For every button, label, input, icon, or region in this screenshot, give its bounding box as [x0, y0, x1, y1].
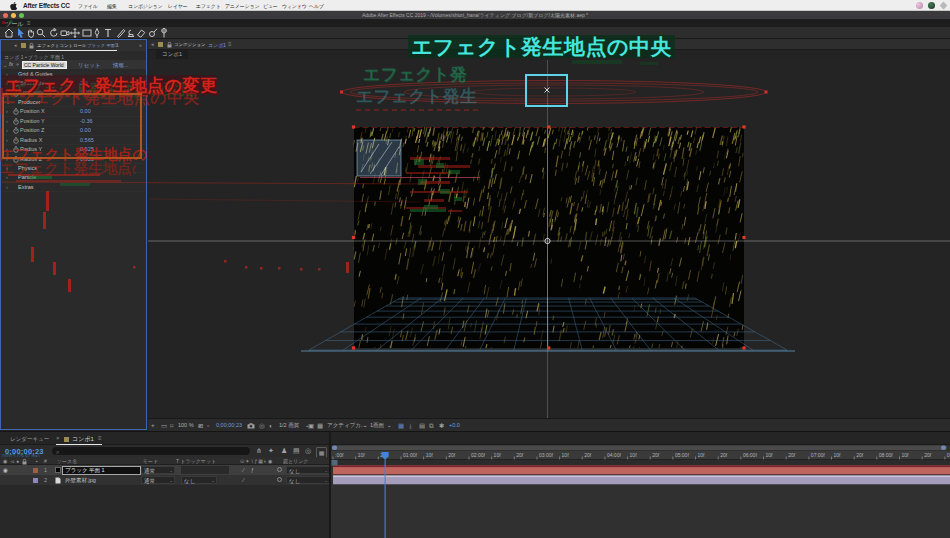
menu-item-5[interactable]: エフェクト [196, 2, 221, 10]
flowchart-icon[interactable]: ⧉ [429, 422, 434, 430]
param-value[interactable]: 0.00 [80, 127, 91, 133]
trkmat-column-header[interactable]: T トラックマット [176, 458, 216, 464]
hand-mini-icon[interactable]: ⌑ [170, 422, 173, 430]
menu-item-4[interactable]: レイヤー [168, 2, 188, 10]
puppet-pin-tool[interactable] [159, 28, 169, 38]
stopwatch-icon[interactable] [13, 80, 19, 87]
always-preview-icon[interactable]: ⌖ [151, 422, 155, 430]
dropdown-arrow-icon[interactable]: ⌄ [211, 478, 215, 483]
effect-param-birth-rate[interactable]: ›Birth Rate2.0 [1, 79, 146, 88]
viewer-timecode[interactable]: 0;00;00;23 [216, 422, 242, 428]
dropdown-arrow-icon[interactable]: ⌄ [169, 468, 173, 473]
param-value[interactable]: 0.00 [80, 108, 91, 114]
status-diamond-icon[interactable] [940, 2, 948, 10]
menu-item-6[interactable]: アニメーション [225, 2, 259, 10]
tools-panel-menu-icon[interactable]: ≡ [27, 20, 31, 26]
panel-menu-icon[interactable]: ≡ [98, 435, 102, 441]
label-color-chip[interactable] [33, 468, 38, 473]
effect-param-position-y[interactable]: ›Position Y-0.36 [1, 117, 146, 126]
resolution-select[interactable]: 1/2 画質 [279, 422, 299, 429]
effect-param-position-z[interactable]: ›Position Z0.00 [1, 126, 146, 135]
param-value[interactable]: 2.0 [80, 80, 88, 86]
pen-tool[interactable] [92, 28, 102, 38]
panel-arrow-icon[interactable]: ◂ [14, 42, 17, 48]
parent-link-column-header[interactable]: 親とリンク [283, 458, 308, 464]
show-snapshot-icon[interactable]: ◎ [259, 422, 265, 430]
quality-switch-icon[interactable]: ∕ [243, 477, 244, 483]
time-ruler-graphics[interactable]: :00f10f20f01:00f10f20f02:00f10f20f03:00f… [331, 445, 950, 538]
mode-column-header[interactable]: モード [143, 458, 158, 464]
timeline-button-icon[interactable]: ▤ [419, 422, 425, 430]
reset-effect-link[interactable]: リセット [78, 62, 101, 69]
menu-item-3[interactable]: コンポジション [128, 2, 162, 10]
layer-row-1[interactable]: ◉1ブラック 平面 1通常⌄∕ƒなし⌄ [0, 465, 330, 475]
eye-icon[interactable]: ◉ [3, 467, 8, 473]
rotate-tool[interactable] [49, 28, 59, 38]
hand-tool[interactable] [26, 28, 36, 38]
composition-miniflow-icon[interactable]: ⋔ [256, 447, 262, 455]
parent-select[interactable]: なし⌄ [286, 476, 330, 484]
graph-editor-icon[interactable]: ▦ [316, 447, 327, 458]
stopwatch-icon[interactable] [13, 137, 19, 144]
param-value[interactable]: 0.565 [80, 137, 94, 143]
expander-icon[interactable]: ⌄ [3, 62, 7, 68]
grid-guides-icon[interactable]: ⊞ [198, 422, 203, 430]
screen-icon[interactable]: ▭ [161, 422, 167, 430]
menu-item-app[interactable]: After Effects CC [23, 2, 70, 10]
region-of-interest-icon[interactable]: ▣ [308, 422, 314, 430]
panel-menu-icon[interactable]: ≡ [115, 42, 119, 48]
quality-switch-icon[interactable]: ∕ [243, 467, 244, 473]
blend-mode-select[interactable]: 通常⌄ [141, 466, 175, 474]
expander-icon[interactable]: ⌄ [6, 99, 10, 105]
trkmat-select[interactable]: なし⌄ [181, 476, 217, 484]
timeline-search-field[interactable]: ⌕ [51, 446, 251, 456]
layer-name-field[interactable]: ブラック 平面 1 [62, 466, 141, 475]
expander-icon[interactable]: › [6, 80, 8, 86]
transparency-grid-icon[interactable]: ▦ [317, 422, 323, 430]
effect-param-producer[interactable]: ⌄Producer [1, 98, 146, 107]
effects-switch-icon[interactable]: ƒ [251, 467, 254, 473]
reset-exposure-icon[interactable]: ✱ [439, 422, 444, 430]
expander-icon[interactable]: › [6, 108, 8, 114]
effect-name-field[interactable]: CC Particle World [22, 61, 67, 69]
clone-stamp-tool[interactable] [126, 28, 136, 38]
effect-param-physics[interactable]: ›Physics [1, 164, 146, 173]
shy-layers-icon[interactable]: ♟ [281, 447, 287, 455]
effect-param-particle[interactable]: ›Particle [1, 173, 146, 182]
tab-render-queue[interactable]: レンダーキュー [10, 436, 49, 443]
camera-tool[interactable] [60, 28, 70, 38]
rectangle-tool[interactable] [82, 28, 92, 38]
dropdown-arrow-icon[interactable]: ⌄ [324, 468, 328, 473]
panel-menu-icon[interactable]: ≡ [228, 41, 232, 47]
tab-comp-name[interactable]: コンポ1 [208, 42, 226, 48]
home-tool[interactable] [4, 28, 14, 38]
effect-param-radius-y[interactable]: ›Radius Y0.025 [1, 145, 146, 154]
close-tab-icon[interactable]: × [56, 435, 60, 441]
expander-icon[interactable]: › [6, 127, 8, 133]
fast-preview-icon[interactable]: ⤓ [409, 422, 412, 430]
effect-param-grid-guides[interactable]: ›Grid & Guides [1, 70, 146, 79]
dropdown-arrow-icon[interactable]: ⌄ [169, 478, 173, 483]
comp-viewer-subtab[interactable]: コンポ1 [156, 50, 188, 59]
pickwhip-icon[interactable] [277, 477, 282, 482]
magnification-select[interactable]: 100 % [178, 422, 194, 428]
expander-icon[interactable]: › [6, 137, 8, 143]
zoom-tool[interactable] [36, 28, 46, 38]
expander-icon[interactable]: › [6, 174, 8, 180]
panel-overflow-icon[interactable]: » [139, 42, 142, 48]
menu-item-7[interactable]: ビュー [263, 2, 278, 10]
eraser-tool[interactable] [136, 28, 146, 38]
brush-tool[interactable] [116, 28, 126, 38]
panel-arrow-icon[interactable]: ◂ [151, 41, 154, 47]
composition-viewer[interactable] [148, 60, 950, 418]
status-app-icon[interactable] [928, 2, 935, 9]
stopwatch-icon[interactable] [13, 108, 19, 115]
pan-behind-tool[interactable] [70, 28, 80, 38]
view-layout-select-arrow-icon[interactable]: ⌄ [387, 422, 392, 428]
expander-icon[interactable]: › [6, 146, 8, 152]
layer-row-2[interactable]: 2外壁素材.jpg通常⌄なし⌄∕なし⌄ [0, 475, 330, 485]
effect-param-radius-x[interactable]: ›Radius X0.565 [1, 136, 146, 145]
window-title-bar[interactable]: Adobe After Effects CC 2019 - /Volumes/s… [0, 11, 950, 19]
tab-effect-controls[interactable]: エフェクトコントロール [37, 43, 86, 48]
param-value[interactable]: 0.025 [80, 146, 94, 152]
